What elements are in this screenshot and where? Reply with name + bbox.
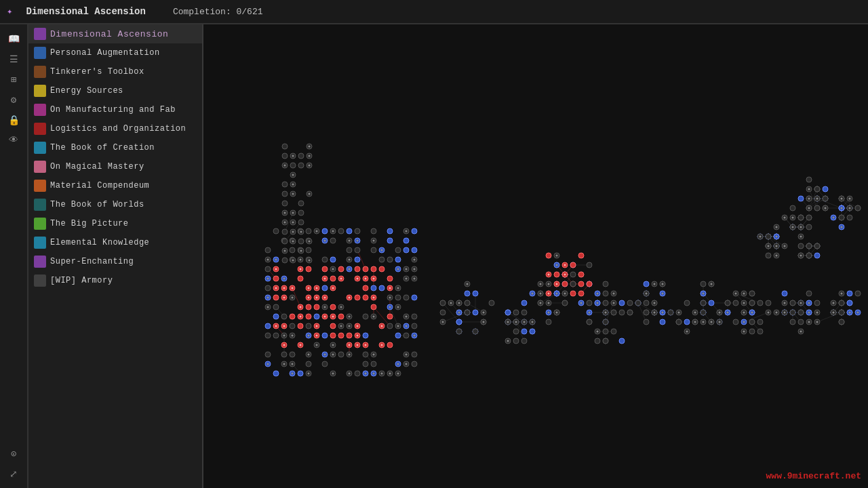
svg-point-140 bbox=[283, 335, 285, 337]
svg-point-287 bbox=[355, 257, 360, 262]
arrows-icon[interactable]: ⤢ bbox=[5, 465, 22, 483]
svg-point-837 bbox=[857, 312, 859, 314]
svg-point-338 bbox=[381, 344, 383, 346]
svg-point-709 bbox=[701, 310, 706, 315]
svg-point-502 bbox=[442, 321, 444, 323]
sidebar-icon-elemental-knowledge bbox=[34, 237, 46, 249]
svg-point-518 bbox=[513, 329, 519, 334]
svg-point-651 bbox=[644, 310, 649, 315]
svg-point-382 bbox=[406, 316, 408, 318]
svg-point-122 bbox=[273, 304, 279, 310]
svg-point-275 bbox=[349, 325, 351, 327]
sidebar-item-material-compendium[interactable]: Material Compendeum bbox=[28, 176, 202, 195]
sidebar-item-book-of-worlds[interactable]: The Book of Worlds bbox=[28, 195, 202, 214]
svg-point-195 bbox=[308, 354, 310, 356]
book-icon[interactable]: 📖 bbox=[5, 30, 22, 47]
sidebar-label-wip-armory: [WIP] Armory bbox=[50, 276, 113, 285]
sidebar-icon-logistics bbox=[34, 123, 46, 135]
svg-point-293 bbox=[357, 325, 359, 327]
svg-point-997 bbox=[776, 255, 778, 257]
sidebar-item-tinkerers-toolbox[interactable]: Tinkerer's Toolbox bbox=[28, 62, 202, 81]
svg-point-899 bbox=[808, 198, 810, 200]
grid-icon[interactable]: ⊞ bbox=[5, 70, 22, 88]
svg-point-540 bbox=[507, 321, 509, 323]
sidebar-item-dimensional-ascension[interactable]: Dimensional Ascension bbox=[28, 24, 202, 43]
sidebar-item-super-enchanting[interactable]: Super-Enchanting bbox=[28, 252, 202, 271]
svg-point-621 bbox=[603, 338, 608, 344]
sidebar-item-personal-augmentation[interactable]: Personal Augmentation bbox=[28, 43, 202, 62]
svg-point-617 bbox=[603, 291, 608, 296]
sidebar-item-logistics[interactable]: Logistics and Organization bbox=[28, 119, 202, 138]
zoom-out-icon[interactable]: ⊙ bbox=[5, 445, 22, 462]
topbar-icon: ✦ bbox=[7, 5, 12, 18]
svg-point-756 bbox=[727, 312, 729, 314]
svg-point-439 bbox=[292, 260, 294, 262]
svg-point-240 bbox=[330, 304, 336, 310]
settings-icon[interactable]: ⚙ bbox=[5, 91, 22, 108]
svg-point-1003 bbox=[766, 253, 771, 258]
svg-point-110 bbox=[265, 352, 271, 357]
svg-point-304 bbox=[363, 314, 368, 319]
svg-point-992 bbox=[784, 245, 786, 247]
svg-point-577 bbox=[580, 302, 583, 304]
sidebar-label-material-compendium: Material Compendeum bbox=[50, 181, 149, 190]
svg-point-341 bbox=[387, 228, 393, 234]
svg-point-581 bbox=[532, 293, 534, 295]
svg-point-333 bbox=[379, 266, 384, 272]
svg-point-557 bbox=[540, 283, 542, 285]
eye-icon[interactable]: 👁 bbox=[5, 131, 22, 149]
svg-point-233 bbox=[330, 238, 336, 243]
svg-point-422 bbox=[292, 155, 294, 157]
svg-point-590 bbox=[556, 293, 558, 295]
lock-icon[interactable]: 🔒 bbox=[5, 111, 22, 129]
svg-point-316 bbox=[371, 266, 376, 272]
svg-point-261 bbox=[338, 352, 344, 357]
svg-point-626 bbox=[619, 338, 625, 344]
svg-point-364 bbox=[397, 306, 399, 308]
svg-point-366 bbox=[397, 325, 399, 327]
svg-point-844 bbox=[839, 310, 844, 315]
svg-point-785 bbox=[782, 291, 787, 296]
svg-point-97 bbox=[265, 247, 271, 253]
svg-point-672 bbox=[662, 283, 664, 285]
svg-point-373 bbox=[406, 230, 408, 232]
svg-point-190 bbox=[306, 314, 311, 319]
sidebar-item-magical-mastery[interactable]: On Magical Mastery bbox=[28, 157, 202, 176]
svg-line-66 bbox=[817, 199, 842, 208]
svg-point-817 bbox=[800, 302, 802, 304]
sidebar-item-energy-sources[interactable]: Energy Sources bbox=[28, 81, 202, 100]
svg-point-524 bbox=[524, 321, 526, 323]
sidebar-icon-big-picture bbox=[34, 218, 46, 230]
svg-point-983 bbox=[806, 224, 812, 230]
svg-point-213 bbox=[322, 228, 328, 234]
svg-point-297 bbox=[357, 344, 359, 346]
svg-point-752 bbox=[719, 312, 721, 314]
sidebar-item-elemental-knowledge[interactable]: Elemental Knowledge bbox=[28, 233, 202, 252]
svg-point-887 bbox=[825, 207, 827, 209]
svg-point-155 bbox=[290, 314, 295, 319]
svg-point-406 bbox=[282, 153, 288, 159]
svg-point-613 bbox=[597, 302, 599, 304]
sidebar-item-on-manufacturing[interactable]: On Manufacturing and Fab bbox=[28, 100, 202, 119]
sidebar-item-wip-armory[interactable]: [WIP] Armory bbox=[28, 271, 202, 290]
svg-point-156 bbox=[290, 323, 295, 329]
svg-point-1097 bbox=[546, 253, 551, 258]
sidebar-item-big-picture[interactable]: The Big Picture bbox=[28, 214, 202, 233]
svg-point-269 bbox=[349, 268, 351, 270]
svg-point-599 bbox=[589, 312, 591, 314]
svg-point-204 bbox=[316, 297, 318, 299]
list-icon[interactable]: ☰ bbox=[5, 50, 22, 68]
svg-point-811 bbox=[790, 310, 795, 315]
svg-point-497 bbox=[465, 300, 470, 306]
svg-point-1056 bbox=[814, 253, 820, 258]
sidebar-item-book-of-creation[interactable]: The Book of Creation bbox=[28, 138, 202, 157]
svg-point-417 bbox=[282, 239, 288, 244]
tech-nodes[interactable] bbox=[265, 144, 861, 376]
svg-point-251 bbox=[338, 228, 344, 234]
svg-point-399 bbox=[412, 314, 417, 319]
svg-point-198 bbox=[308, 373, 310, 375]
svg-point-623 bbox=[613, 293, 615, 295]
svg-point-342 bbox=[387, 238, 393, 243]
svg-point-449 bbox=[300, 250, 302, 252]
svg-point-121 bbox=[273, 295, 279, 300]
